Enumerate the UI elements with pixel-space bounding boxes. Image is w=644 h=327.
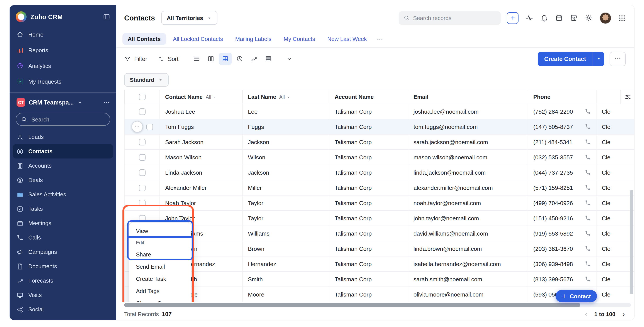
phone-cell[interactable]: (813) 399-5676	[528, 272, 596, 287]
sidebar-item-my-requests[interactable]: My Requests	[10, 74, 116, 89]
next-page-chevron[interactable]: ›	[622, 311, 625, 318]
contact-name-cell[interactable]: Mason Wilson	[160, 150, 243, 165]
email-cell[interactable]: joshua.lee@noemail.com	[408, 104, 528, 119]
vertical-scrollbar[interactable]	[630, 190, 633, 294]
row-checkbox[interactable]	[139, 184, 145, 191]
account-name-cell[interactable]: Talisman Corp	[330, 257, 408, 271]
contact-name-cell[interactable]: Sarah Jackson	[160, 135, 243, 149]
row-checkbox[interactable]	[139, 215, 145, 221]
column-filter-dropdown[interactable]: All	[279, 94, 290, 99]
horizontal-scrollbar[interactable]	[124, 302, 631, 308]
list-more-actions-button[interactable]	[610, 52, 626, 66]
account-name-cell[interactable]: Talisman Corp	[330, 287, 408, 302]
previous-page-chevron[interactable]: ‹	[585, 311, 587, 318]
table-view-button[interactable]	[219, 53, 232, 65]
sidebar-item-campaigns[interactable]: Campaigns	[13, 245, 113, 259]
menu-item-edit[interactable]: Edit	[130, 237, 191, 248]
phone-cell[interactable]: (211) 484-5341	[528, 135, 596, 149]
row-checkbox[interactable]	[146, 123, 153, 130]
phone-cell[interactable]: (306) 939-8498	[528, 257, 596, 271]
menu-item-send-email[interactable]: Send Email	[130, 260, 191, 273]
table-row[interactable]: Alexander MillerMillerTalisman Corpalexa…	[124, 180, 634, 196]
menu-item-share[interactable]: Share	[130, 248, 191, 260]
table-row[interactable]: Tom FuggsFuggsTalisman Corptom.fuggs@noe…	[124, 119, 634, 135]
list-view-button[interactable]	[190, 53, 203, 65]
contact-name-cell[interactable]: Joshua Lee	[160, 104, 243, 119]
select-all-checkbox[interactable]	[139, 94, 145, 100]
sidebar-item-accounts[interactable]: Accounts	[13, 158, 113, 173]
email-cell[interactable]: linda.brown@noemail.com	[408, 241, 528, 256]
row-checkbox[interactable]	[139, 169, 145, 176]
column-header-contact-name[interactable]: Contact NameAll	[160, 90, 243, 104]
table-row[interactable]: Isabella HernandezHernandezTalisman Corp…	[124, 257, 634, 272]
column-filter-dropdown[interactable]: All	[206, 94, 217, 99]
email-cell[interactable]: alexander.miller@noemail.com	[408, 180, 528, 195]
contact-name-cell[interactable]: Alexander Miller	[160, 180, 243, 195]
board-view-button[interactable]	[262, 53, 275, 65]
account-name-cell[interactable]: Talisman Corp	[330, 165, 408, 180]
phone-cell[interactable]: (151) 450-9216	[528, 211, 596, 226]
contact-name-cell[interactable]: Tom Fuggs	[160, 119, 243, 134]
sidebar-item-meetings[interactable]: Meetings	[13, 216, 113, 230]
table-row[interactable]: Mason WilsonWilsonTalisman Corpmason.wil…	[124, 150, 634, 165]
row-checkbox[interactable]	[139, 200, 145, 206]
tab-all-locked-contacts[interactable]: All Locked Contacts	[168, 33, 228, 45]
table-row[interactable]: Noah TaylorTaylorTalisman Corpnoah.taylo…	[124, 196, 634, 211]
column-header-phone[interactable]: Phone	[528, 90, 596, 104]
row-actions-button[interactable]	[131, 121, 143, 132]
sidebar-collapse-icon[interactable]	[103, 13, 110, 20]
table-row[interactable]: Sarah JacksonJacksonTalisman Corpsarah.j…	[124, 135, 634, 150]
account-name-cell[interactable]: Talisman Corp	[330, 135, 408, 149]
table-row[interactable]: John TaylorTaylorTalisman Corpjohn.taylo…	[124, 211, 634, 226]
tab-mailing-labels[interactable]: Mailing Labels	[230, 33, 277, 45]
phone-cell[interactable]: (032) 535-3557	[528, 150, 596, 165]
tabs-more-button[interactable]	[374, 34, 386, 44]
teamspace-more-icon[interactable]	[103, 99, 110, 106]
account-name-cell[interactable]: Talisman Corp	[330, 119, 408, 134]
email-cell[interactable]: olivia.moore@noemail.com	[408, 287, 528, 302]
table-row[interactable]: Sarah SmithSmithTalisman Corpsarah.smith…	[124, 272, 634, 287]
sidebar-item-sales-activities[interactable]: Sales Activities	[13, 187, 113, 202]
notifications-bell-icon[interactable]	[540, 14, 548, 22]
sidebar-item-reports[interactable]: Reports	[10, 42, 116, 58]
row-checkbox[interactable]	[139, 154, 145, 160]
column-header-email[interactable]: Email	[408, 90, 528, 104]
teamspace-selector[interactable]: CT CRM Teamspa...	[10, 95, 116, 110]
sort-button[interactable]: Sort	[158, 55, 179, 62]
apps-grid-icon[interactable]	[618, 14, 626, 21]
email-cell[interactable]: tom.fuggs@noemail.com	[408, 119, 528, 134]
column-view-button[interactable]	[204, 53, 218, 65]
tab-new-last-week[interactable]: New Last Week	[322, 33, 372, 45]
sidebar-item-contacts[interactable]: Contacts	[13, 144, 113, 158]
row-checkbox[interactable]	[139, 108, 145, 115]
sidebar-item-analytics[interactable]: Analytics	[10, 58, 116, 74]
create-contact-dropdown[interactable]	[592, 52, 604, 66]
sidebar-item-forecasts[interactable]: Forecasts	[13, 274, 113, 288]
sidebar-search[interactable]	[16, 113, 110, 126]
sidebar-item-social[interactable]: Social	[13, 302, 113, 317]
menu-item-view[interactable]: View	[130, 225, 191, 237]
account-name-cell[interactable]: Talisman Corp	[330, 104, 408, 119]
email-cell[interactable]: david.williams@noemail.com	[408, 226, 528, 241]
phone-cell[interactable]: (752) 284-2290	[528, 104, 596, 119]
account-name-cell[interactable]: Talisman Corp	[330, 241, 408, 256]
global-search[interactable]: Search records	[399, 11, 501, 24]
user-avatar[interactable]	[600, 12, 611, 24]
menu-item-create-task[interactable]: Create Task	[130, 273, 191, 285]
phone-cell[interactable]: (571) 159-8251	[528, 180, 596, 195]
sidebar-item-deals[interactable]: Deals	[13, 173, 113, 187]
phone-cell[interactable]: (499) 704-0926	[528, 196, 596, 210]
account-name-cell[interactable]: Talisman Corp	[330, 272, 408, 287]
account-name-cell[interactable]: Talisman Corp	[330, 211, 408, 226]
menu-item-add-tags[interactable]: Add Tags	[130, 285, 191, 297]
calendar-icon[interactable]	[555, 14, 563, 22]
column-header-last-name[interactable]: Last NameAll	[243, 90, 330, 104]
filter-button[interactable]: Filter	[124, 55, 147, 62]
sidebar-item-home[interactable]: Home	[10, 26, 116, 42]
email-cell[interactable]: linda.jackson@noemail.com	[408, 165, 528, 180]
sidebar-item-tasks[interactable]: Tasks	[13, 202, 113, 216]
horizontal-scrollbar-thumb[interactable]	[124, 303, 580, 307]
contact-name-cell[interactable]: Linda Jackson	[160, 165, 243, 180]
timeline-view-button[interactable]	[233, 53, 246, 65]
email-cell[interactable]: isabella.hernandez@noemail.com	[408, 257, 528, 271]
